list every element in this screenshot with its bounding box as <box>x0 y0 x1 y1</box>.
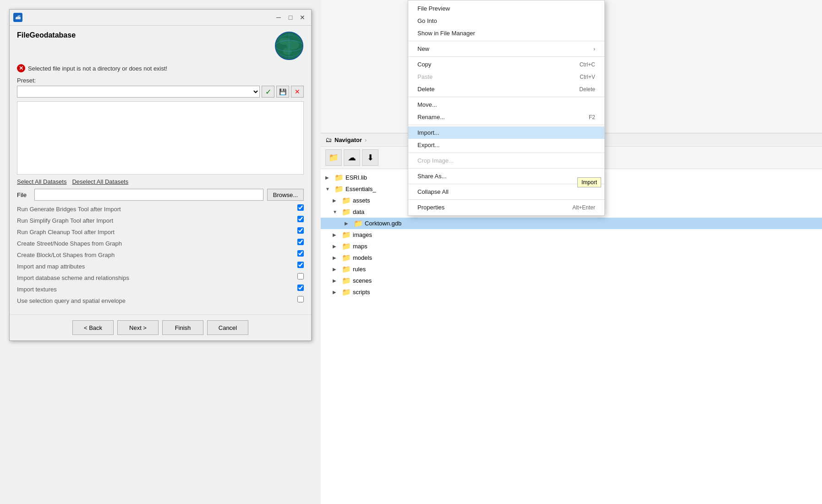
tree-item-rules[interactable]: ▶📁rules <box>321 263 822 275</box>
tree-expand-icon: ▶ <box>333 255 340 260</box>
option-label-4: Create Block/Lot Shapes from Graph <box>17 250 294 260</box>
menu-item-delete[interactable]: DeleteDelete <box>408 83 604 95</box>
preset-row: ✓ 💾 ✕ <box>17 86 304 98</box>
menu-item-label: Go Into <box>417 17 437 24</box>
menu-item-go-into[interactable]: Go Into <box>408 15 604 27</box>
folder-icon: 📁 <box>342 230 351 239</box>
menu-item-import---[interactable]: Import... <box>408 126 604 139</box>
file-geodatabase-dialog: 🏙 ─ □ ✕ FileGeodatabase <box>9 9 312 341</box>
menu-item-move---[interactable]: Move... <box>408 99 604 111</box>
menu-item-paste: PasteCtrl+V <box>408 71 604 83</box>
menu-item-label: Export... <box>417 142 439 148</box>
app-icon: 🏙 <box>13 13 22 22</box>
menu-item-rename---[interactable]: Rename...F2 <box>408 111 604 123</box>
tree-expand-icon: ▶ <box>345 221 352 226</box>
dialog-header: FileGeodatabase <box>10 26 311 64</box>
option-label-7: Import textures <box>17 285 294 295</box>
close-button[interactable]: ✕ <box>297 12 307 22</box>
menu-item-show-in-file-manager[interactable]: Show in File Manager <box>408 27 604 39</box>
nav-open-folder-button[interactable]: 📁 <box>325 149 342 166</box>
browse-button[interactable]: Browse... <box>267 189 304 201</box>
menu-item-copy[interactable]: CopyCtrl+C <box>408 58 604 71</box>
options-grid: Run Generate Bridges Tool after ImportRu… <box>10 204 311 311</box>
option-label-3: Create Street/Node Shapes from Graph <box>17 239 294 249</box>
tree-item-label: models <box>353 254 372 261</box>
menu-item-file-preview[interactable]: File Preview <box>408 2 604 15</box>
tree-item-label: Essentials_ <box>345 186 376 192</box>
nav-separator: › <box>365 137 367 143</box>
nav-cloud-download-button[interactable]: ⬇ <box>362 149 378 166</box>
tree-item-label: rules <box>353 266 366 273</box>
tree-expand-icon: ▶ <box>333 198 340 203</box>
menu-separator-6 <box>408 97 604 97</box>
option-checkbox-7[interactable] <box>297 285 304 291</box>
tree-item-maps[interactable]: ▶📁maps <box>321 241 822 252</box>
tree-expand-icon: ▶ <box>333 267 340 272</box>
menu-item-label: Copy <box>417 61 431 68</box>
preset-save-button[interactable]: 💾 <box>276 86 289 98</box>
minimize-button[interactable]: ─ <box>274 12 284 22</box>
menu-separator-3 <box>408 56 604 57</box>
option-label-2: Run Graph Cleanup Tool after Import <box>17 227 294 237</box>
menu-separator-12 <box>408 184 604 184</box>
tree-item-scripts[interactable]: ▶📁scripts <box>321 286 822 298</box>
dialog-titlebar: 🏙 ─ □ ✕ <box>10 10 311 26</box>
option-checkbox-1[interactable] <box>297 216 304 222</box>
tree-item-scenes[interactable]: ▶📁scenes <box>321 275 822 286</box>
tree-item-images[interactable]: ▶📁images <box>321 229 822 241</box>
option-checkbox-4[interactable] <box>297 250 304 257</box>
folder-icon: 📁 <box>342 196 351 205</box>
tree-expand-icon: ▼ <box>325 186 333 192</box>
preset-delete-button[interactable]: ✕ <box>291 86 304 98</box>
next-button[interactable]: Next > <box>117 320 159 335</box>
deselect-all-button[interactable]: Deselect All Datasets <box>72 178 128 185</box>
file-label: File <box>17 192 31 198</box>
menu-item-label: Rename... <box>417 114 445 121</box>
menu-item-collapse-all[interactable]: Collapse All <box>408 186 604 198</box>
tree-item-label: Corktown.gdb <box>365 220 401 227</box>
cancel-button[interactable]: Cancel <box>207 320 248 335</box>
menu-item-new[interactable]: New› <box>408 43 604 55</box>
tree-item-label: scenes <box>353 277 372 284</box>
preset-section: Preset: ✓ 💾 ✕ <box>10 77 311 101</box>
menu-item-shortcut: Alt+Enter <box>572 204 595 211</box>
menu-item-properties[interactable]: PropertiesAlt+Enter <box>408 201 604 214</box>
option-checkbox-5[interactable] <box>297 262 304 268</box>
option-checkbox-0[interactable] <box>297 204 304 211</box>
tree-expand-icon: ▶ <box>325 175 333 180</box>
titlebar-controls: ─ □ ✕ <box>274 12 307 22</box>
dataset-actions: Select All Datasets Deselect All Dataset… <box>10 175 311 189</box>
error-row: ✕ Selected file input is not a directory… <box>10 64 311 77</box>
menu-item-label: New <box>417 45 429 52</box>
svg-point-10 <box>276 33 302 59</box>
preset-apply-button[interactable]: ✓ <box>262 86 274 98</box>
tree-item-models[interactable]: ▶📁models <box>321 252 822 263</box>
nav-cloud-upload-button[interactable]: ☁ <box>344 149 360 166</box>
right-panel: File PreviewGo IntoShow in File ManagerN… <box>321 0 822 504</box>
folder-icon: 📁 <box>342 288 351 296</box>
dialog-title: FileGeodatabase <box>17 31 76 39</box>
tree-expand-icon: ▶ <box>333 232 340 237</box>
finish-button[interactable]: Finish <box>162 320 203 335</box>
tree-item-label: scripts <box>353 289 370 296</box>
file-input[interactable] <box>34 189 263 201</box>
back-button[interactable]: < Back <box>72 320 114 335</box>
option-checkbox-6[interactable] <box>297 273 304 279</box>
tree-item-corktown-gdb[interactable]: ▶📁Corktown.gdb <box>321 218 822 229</box>
preset-select[interactable] <box>17 86 260 98</box>
menu-item-export---[interactable]: Export... <box>408 139 604 151</box>
tree-item-label: images <box>353 231 372 238</box>
option-checkbox-2[interactable] <box>297 227 304 234</box>
dialog-footer: < Back Next > Finish Cancel <box>10 314 311 340</box>
folder-icon: 📁 <box>342 276 351 285</box>
select-all-button[interactable]: Select All Datasets <box>17 178 66 185</box>
menu-item-label: Crop Image... <box>417 157 454 164</box>
menu-item-share-as---[interactable]: Share As... <box>408 170 604 182</box>
menu-separator-13 <box>408 199 604 200</box>
option-checkbox-8[interactable] <box>297 296 304 302</box>
menu-item-shortcut: F2 <box>589 114 595 121</box>
folder-icon: 📁 <box>342 265 351 274</box>
menu-item-label: Show in File Manager <box>417 30 475 37</box>
maximize-button[interactable]: □ <box>285 12 296 22</box>
option-checkbox-3[interactable] <box>297 239 304 245</box>
